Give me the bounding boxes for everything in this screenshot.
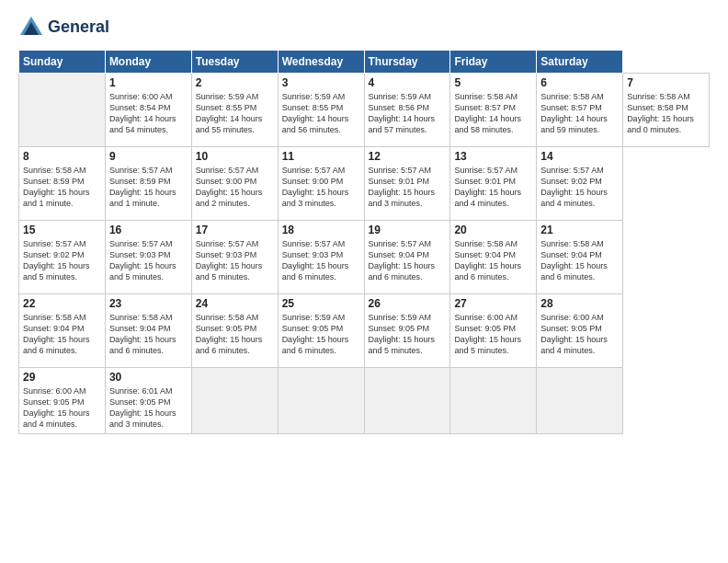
col-monday: Monday [105, 51, 191, 74]
table-row: 24Sunrise: 5:58 AMSunset: 9:05 PMDayligh… [191, 294, 278, 368]
day-info: Sunrise: 5:58 AMSunset: 9:04 PMDaylight:… [109, 312, 188, 357]
table-row: 22Sunrise: 5:58 AMSunset: 9:04 PMDayligh… [19, 294, 106, 368]
day-info: Sunrise: 5:59 AMSunset: 9:05 PMDaylight:… [369, 312, 447, 357]
table-row: 11Sunrise: 5:57 AMSunset: 9:00 PMDayligh… [278, 147, 364, 221]
day-number: 2 [196, 76, 274, 89]
day-number: 10 [196, 150, 274, 163]
day-number: 28 [540, 297, 619, 310]
day-info: Sunrise: 5:57 AMSunset: 9:00 PMDaylight:… [282, 165, 360, 210]
day-info: Sunrise: 5:58 AMSunset: 9:05 PMDaylight:… [196, 312, 274, 357]
col-thursday: Thursday [364, 51, 450, 74]
day-number: 1 [109, 76, 188, 89]
table-row: 8Sunrise: 5:58 AMSunset: 8:59 PMDaylight… [19, 147, 106, 221]
table-row: 3Sunrise: 5:59 AMSunset: 8:55 PMDaylight… [278, 74, 364, 147]
day-info: Sunrise: 5:57 AMSunset: 9:04 PMDaylight:… [369, 238, 447, 283]
day-info: Sunrise: 5:58 AMSunset: 8:57 PMDaylight:… [454, 91, 532, 136]
logo-name: General [48, 18, 109, 37]
col-friday: Friday [450, 51, 537, 74]
day-info: Sunrise: 5:59 AMSunset: 8:55 PMDaylight:… [282, 91, 360, 136]
table-row: 18Sunrise: 5:57 AMSunset: 9:03 PMDayligh… [278, 221, 364, 294]
day-number: 7 [627, 76, 705, 89]
table-row: 6Sunrise: 5:58 AMSunset: 8:57 PMDaylight… [537, 74, 623, 147]
table-row [537, 368, 623, 434]
table-row: 29Sunrise: 6:00 AMSunset: 9:05 PMDayligh… [19, 368, 106, 434]
day-info: Sunrise: 6:01 AMSunset: 9:05 PMDaylight:… [109, 385, 188, 431]
day-number: 13 [454, 150, 532, 163]
logo-icon [18, 15, 44, 40]
day-number: 25 [282, 297, 360, 310]
day-info: Sunrise: 6:00 AMSunset: 8:54 PMDaylight:… [109, 91, 188, 136]
day-number: 3 [282, 76, 360, 89]
table-row: 7Sunrise: 5:58 AMSunset: 8:58 PMDaylight… [623, 74, 710, 147]
calendar-header-row: Sunday Monday Tuesday Wednesday Thursday… [19, 51, 710, 74]
table-row: 4Sunrise: 5:59 AMSunset: 8:56 PMDaylight… [364, 74, 450, 147]
day-number: 20 [454, 224, 532, 236]
day-info: Sunrise: 5:57 AMSunset: 9:00 PMDaylight:… [196, 165, 274, 210]
table-row: 25Sunrise: 5:59 AMSunset: 9:05 PMDayligh… [278, 294, 364, 368]
day-info: Sunrise: 5:59 AMSunset: 9:05 PMDaylight:… [282, 312, 360, 357]
day-info: Sunrise: 5:57 AMSunset: 9:02 PMDaylight:… [23, 238, 101, 283]
day-info: Sunrise: 5:58 AMSunset: 8:58 PMDaylight:… [627, 91, 705, 136]
table-row: 13Sunrise: 5:57 AMSunset: 9:01 PMDayligh… [450, 147, 537, 221]
day-number: 29 [23, 371, 101, 384]
day-number: 12 [369, 150, 447, 163]
day-number: 18 [282, 224, 360, 236]
table-row [364, 368, 450, 434]
table-row [450, 368, 537, 434]
table-row: 15Sunrise: 5:57 AMSunset: 9:02 PMDayligh… [19, 221, 106, 294]
page: General Sunday Monday Tuesday Wednesday … [0, 0, 728, 563]
table-row: 2Sunrise: 5:59 AMSunset: 8:55 PMDaylight… [191, 74, 278, 147]
calendar-week-row: 15Sunrise: 5:57 AMSunset: 9:02 PMDayligh… [19, 221, 710, 294]
day-number: 22 [23, 297, 101, 310]
day-info: Sunrise: 5:58 AMSunset: 9:04 PMDaylight:… [540, 238, 619, 283]
table-row: 28Sunrise: 6:00 AMSunset: 9:05 PMDayligh… [537, 294, 623, 368]
day-number: 8 [23, 150, 101, 163]
day-number: 21 [540, 224, 619, 236]
day-info: Sunrise: 5:57 AMSunset: 9:03 PMDaylight:… [196, 238, 274, 283]
calendar-week-row: 8Sunrise: 5:58 AMSunset: 8:59 PMDaylight… [19, 147, 710, 221]
calendar-week-row: 1Sunrise: 6:00 AMSunset: 8:54 PMDaylight… [19, 74, 710, 147]
day-number: 27 [454, 297, 532, 310]
col-wednesday: Wednesday [278, 51, 364, 74]
day-number: 30 [109, 371, 188, 384]
calendar-table: Sunday Monday Tuesday Wednesday Thursday… [18, 50, 710, 434]
empty-cell [19, 74, 106, 147]
table-row: 19Sunrise: 5:57 AMSunset: 9:04 PMDayligh… [364, 221, 450, 294]
table-row: 30Sunrise: 6:01 AMSunset: 9:05 PMDayligh… [105, 368, 191, 434]
day-info: Sunrise: 5:59 AMSunset: 8:55 PMDaylight:… [196, 91, 274, 136]
table-row: 21Sunrise: 5:58 AMSunset: 9:04 PMDayligh… [537, 221, 623, 294]
day-number: 15 [23, 224, 101, 236]
table-row [191, 368, 278, 434]
day-number: 6 [540, 76, 619, 89]
day-info: Sunrise: 5:57 AMSunset: 9:03 PMDaylight:… [282, 238, 360, 283]
calendar-week-row: 22Sunrise: 5:58 AMSunset: 9:04 PMDayligh… [19, 294, 710, 368]
day-info: Sunrise: 5:57 AMSunset: 9:02 PMDaylight:… [540, 165, 619, 210]
table-row: 12Sunrise: 5:57 AMSunset: 9:01 PMDayligh… [364, 147, 450, 221]
day-info: Sunrise: 6:00 AMSunset: 9:05 PMDaylight:… [540, 312, 619, 357]
day-info: Sunrise: 5:58 AMSunset: 9:04 PMDaylight:… [23, 312, 101, 357]
day-number: 26 [369, 297, 447, 310]
table-row: 23Sunrise: 5:58 AMSunset: 9:04 PMDayligh… [105, 294, 191, 368]
day-number: 11 [282, 150, 360, 163]
day-number: 14 [540, 150, 619, 163]
day-number: 24 [196, 297, 274, 310]
day-info: Sunrise: 5:58 AMSunset: 8:57 PMDaylight:… [540, 91, 619, 136]
day-number: 19 [369, 224, 447, 236]
day-info: Sunrise: 6:00 AMSunset: 9:05 PMDaylight:… [23, 385, 101, 431]
table-row: 5Sunrise: 5:58 AMSunset: 8:57 PMDaylight… [450, 74, 537, 147]
day-info: Sunrise: 5:57 AMSunset: 9:01 PMDaylight:… [369, 165, 447, 210]
table-row: 14Sunrise: 5:57 AMSunset: 9:02 PMDayligh… [537, 147, 623, 221]
table-row: 20Sunrise: 5:58 AMSunset: 9:04 PMDayligh… [450, 221, 537, 294]
table-row: 1Sunrise: 6:00 AMSunset: 8:54 PMDaylight… [105, 74, 191, 147]
table-row: 10Sunrise: 5:57 AMSunset: 9:00 PMDayligh… [191, 147, 278, 221]
day-number: 16 [109, 224, 188, 236]
table-row: 16Sunrise: 5:57 AMSunset: 9:03 PMDayligh… [105, 221, 191, 294]
col-sunday: Sunday [19, 51, 106, 74]
calendar-week-row: 29Sunrise: 6:00 AMSunset: 9:05 PMDayligh… [19, 368, 710, 434]
table-row: 17Sunrise: 5:57 AMSunset: 9:03 PMDayligh… [191, 221, 278, 294]
logo: General [18, 15, 109, 40]
day-info: Sunrise: 5:57 AMSunset: 9:01 PMDaylight:… [454, 165, 532, 210]
day-info: Sunrise: 5:57 AMSunset: 8:59 PMDaylight:… [109, 165, 188, 210]
day-info: Sunrise: 6:00 AMSunset: 9:05 PMDaylight:… [454, 312, 532, 357]
table-row: 26Sunrise: 5:59 AMSunset: 9:05 PMDayligh… [364, 294, 450, 368]
